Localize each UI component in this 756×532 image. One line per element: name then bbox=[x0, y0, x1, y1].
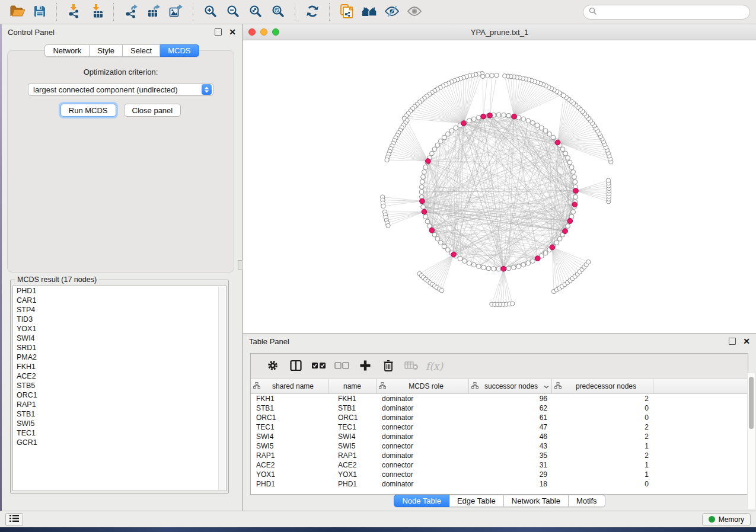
open-file-button[interactable] bbox=[7, 2, 27, 22]
run-mcds-button[interactable]: Run MCDS bbox=[60, 104, 116, 117]
table-row-fkh1[interactable]: FKH1FKH1dominator962 bbox=[251, 394, 748, 403]
share-document-button[interactable] bbox=[337, 2, 357, 22]
mcds-result-item[interactable]: PMA2 bbox=[13, 352, 226, 362]
mcds-node[interactable] bbox=[563, 229, 568, 234]
hide-graphics-details-button[interactable] bbox=[382, 2, 402, 22]
mcds-result-item[interactable]: STB1 bbox=[13, 409, 226, 419]
add-column-button[interactable] bbox=[353, 356, 377, 376]
network-canvas[interactable] bbox=[243, 40, 756, 333]
panel-splitter-handle[interactable] bbox=[238, 260, 243, 270]
mcds-result-item[interactable]: YOX1 bbox=[13, 324, 226, 334]
table-row-stb1[interactable]: STB1STB1dominator620 bbox=[251, 403, 748, 413]
mcds-node[interactable] bbox=[429, 228, 435, 233]
column-header-mcds-role[interactable]: MCDS role bbox=[377, 379, 469, 393]
zoom-selected-button[interactable] bbox=[268, 2, 288, 22]
mcds-result-item[interactable]: CAR1 bbox=[13, 296, 226, 305]
mcds-result-item[interactable]: FKH1 bbox=[13, 362, 226, 371]
mcds-node[interactable] bbox=[550, 245, 555, 250]
table-row-rap1[interactable]: RAP1RAP1dominator352 bbox=[251, 451, 748, 460]
import-network-button[interactable] bbox=[64, 2, 84, 22]
mcds-node[interactable] bbox=[487, 113, 493, 118]
zoom-fit-button[interactable] bbox=[245, 2, 266, 22]
mcds-result-item[interactable]: STP4 bbox=[13, 305, 226, 315]
close-panel-icon[interactable]: ✕ bbox=[229, 28, 236, 36]
mcds-result-item[interactable]: TEC1 bbox=[13, 428, 226, 438]
mcds-result-item[interactable]: STB5 bbox=[13, 381, 226, 390]
mcds-result-item[interactable]: SWI4 bbox=[13, 334, 226, 343]
mcds-node[interactable] bbox=[512, 114, 517, 119]
select-all-button[interactable] bbox=[307, 356, 330, 376]
column-visibility-button[interactable] bbox=[284, 356, 307, 376]
zoom-out-button[interactable] bbox=[223, 2, 243, 22]
table-row-ace2[interactable]: ACE2ACE2connector311 bbox=[251, 460, 748, 470]
column-header-predecessor-nodes[interactable]: predecessor nodes bbox=[552, 379, 653, 393]
table-row-orc1[interactable]: ORC1ORC1dominator610 bbox=[251, 413, 748, 422]
tab-network-table[interactable]: Network Table bbox=[504, 495, 569, 507]
mcds-result-item[interactable]: TID3 bbox=[13, 315, 226, 324]
table-row-tec1[interactable]: TEC1TEC1connector472 bbox=[251, 422, 748, 432]
export-network-button[interactable] bbox=[121, 2, 141, 22]
mcds-list-scrollbar[interactable] bbox=[218, 287, 225, 490]
mcds-node[interactable] bbox=[572, 202, 578, 207]
zoom-in-button[interactable] bbox=[200, 2, 221, 22]
table-scrollbar-thumb[interactable] bbox=[749, 377, 754, 429]
close-panel-button[interactable]: Close panel bbox=[124, 104, 181, 117]
tab-select[interactable]: Select bbox=[123, 44, 160, 57]
tab-edge-table[interactable]: Edge Table bbox=[449, 495, 504, 507]
optimization-criterion-select[interactable]: largest connected component (undirected) bbox=[28, 83, 213, 96]
mcds-result-item[interactable]: SRD1 bbox=[13, 343, 226, 352]
table-row-swi4[interactable]: SWI4SWI4dominator462 bbox=[251, 432, 748, 441]
mcds-node[interactable] bbox=[555, 140, 560, 145]
mcds-node[interactable] bbox=[501, 266, 506, 271]
tab-style[interactable]: Style bbox=[90, 44, 123, 57]
mcds-result-item[interactable]: GCR1 bbox=[13, 438, 226, 447]
mcds-node[interactable] bbox=[573, 188, 579, 194]
export-table-button[interactable] bbox=[143, 2, 164, 22]
mcds-node[interactable] bbox=[422, 209, 427, 214]
mcds-node[interactable] bbox=[567, 219, 573, 224]
deselect-all-button[interactable] bbox=[330, 356, 353, 376]
show-panels-button[interactable] bbox=[5, 513, 23, 526]
column-header-name[interactable]: name bbox=[328, 379, 377, 393]
close-table-panel-icon[interactable]: ✕ bbox=[743, 337, 750, 345]
delete-table-button[interactable] bbox=[400, 356, 423, 376]
network-graph[interactable] bbox=[243, 40, 756, 333]
mcds-result-item[interactable]: ORC1 bbox=[13, 390, 226, 400]
mcds-node[interactable] bbox=[535, 256, 540, 261]
export-image-button[interactable] bbox=[166, 2, 186, 22]
table-row-phd1[interactable]: PHD1PHD1dominator180 bbox=[251, 479, 748, 489]
mcds-result-item[interactable]: RAP1 bbox=[13, 400, 226, 409]
delete-column-button[interactable] bbox=[377, 356, 400, 376]
search-input[interactable] bbox=[599, 7, 744, 17]
table-options-button[interactable] bbox=[261, 356, 284, 376]
save-session-button[interactable] bbox=[30, 2, 50, 22]
tab-motifs[interactable]: Motifs bbox=[569, 495, 605, 507]
mcds-node[interactable] bbox=[481, 114, 486, 119]
mcds-node[interactable] bbox=[451, 252, 457, 257]
tab-node-table[interactable]: Node Table bbox=[394, 495, 449, 507]
mcds-node[interactable] bbox=[420, 198, 425, 204]
table-row-yox1[interactable]: YOX1YOX1connector291 bbox=[251, 470, 748, 479]
float-table-panel-icon[interactable] bbox=[729, 338, 736, 345]
float-panel-icon[interactable] bbox=[215, 28, 222, 36]
mcds-result-item[interactable]: SWI5 bbox=[13, 419, 226, 428]
import-table-button[interactable] bbox=[87, 2, 107, 22]
mcds-node[interactable] bbox=[426, 159, 431, 164]
memory-button[interactable]: Memory bbox=[702, 513, 751, 526]
search-box[interactable] bbox=[583, 5, 750, 20]
refresh-button[interactable] bbox=[302, 2, 323, 22]
mcds-result-item[interactable]: ACE2 bbox=[13, 371, 226, 381]
table-row-swi5[interactable]: SWI5SWI5connector431 bbox=[251, 441, 748, 451]
tab-network[interactable]: Network bbox=[44, 44, 90, 57]
list-icon bbox=[9, 514, 20, 524]
column-header-successor-nodes[interactable]: successor nodes bbox=[469, 379, 552, 393]
function-builder-button[interactable]: f(x) bbox=[423, 356, 446, 376]
show-graphics-details-button[interactable] bbox=[404, 2, 425, 22]
column-header-shared-name[interactable]: shared name bbox=[251, 379, 328, 393]
table-scrollbar-track[interactable] bbox=[747, 373, 755, 509]
mcds-result-list[interactable]: PHD1CAR1STP4TID3YOX1SWI4SRD1PMA2FKH1ACE2… bbox=[12, 286, 227, 491]
neighbors-button[interactable] bbox=[359, 2, 379, 22]
mcds-result-item[interactable]: PHD1 bbox=[13, 286, 226, 296]
mcds-node[interactable] bbox=[461, 121, 467, 126]
tab-mcds[interactable]: MCDS bbox=[160, 44, 199, 57]
